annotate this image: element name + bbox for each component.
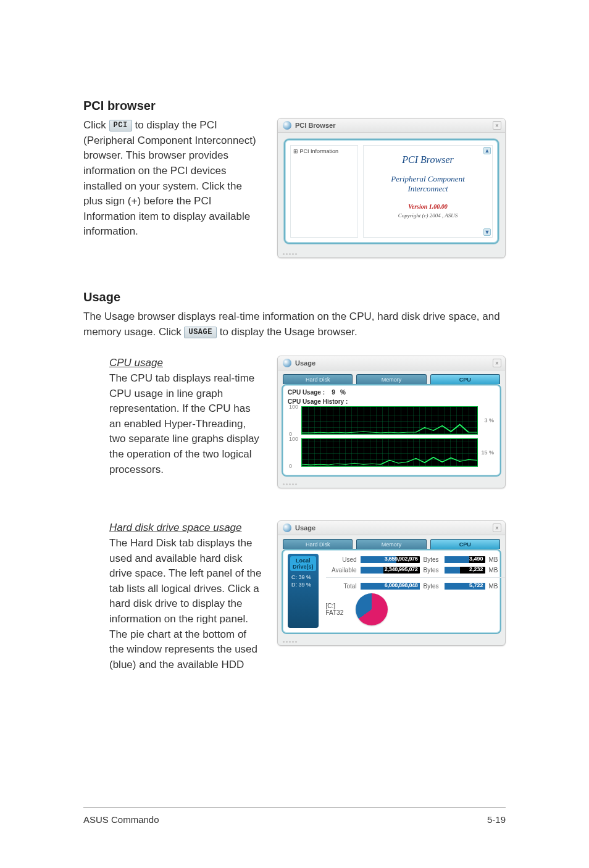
pci-copyright: Copyright (c) 2004 , ASUS xyxy=(398,212,458,219)
avail-mb-value: 2,232 xyxy=(469,566,483,572)
usage-cpu-window-title: Usage xyxy=(295,359,315,367)
pci-version: Version 1.00.00 xyxy=(408,203,448,210)
tab-hard-disk[interactable]: Hard Disk xyxy=(283,539,353,549)
close-icon[interactable]: × xyxy=(493,121,501,130)
usage-hdd-window: Usage × Hard Disk Memory CPU Local Drive… xyxy=(277,520,506,646)
cpu-usage-heading: CPU usage xyxy=(109,356,264,371)
pci-sub-line2: Interconnect xyxy=(407,184,448,193)
app-logo-icon xyxy=(283,121,291,130)
fs-info: [C:] FAT32 xyxy=(326,603,344,616)
used-mb-bar: 3,490 xyxy=(445,556,485,563)
avail-bytes-bar: 2,340,995,072 xyxy=(361,567,420,574)
mb-unit: MB xyxy=(489,567,506,574)
hdd-stats-panel: Used 3,659,902,976 Bytes 3,490 xyxy=(325,554,506,628)
close-icon[interactable]: × xyxy=(493,524,501,532)
mb-unit: MB xyxy=(489,583,506,590)
axis-top-1: 100 xyxy=(289,404,298,410)
section-usage-title: Usage xyxy=(83,290,506,304)
used-label: Used xyxy=(326,556,357,563)
hdd-drive-list[interactable]: Local Drive(s) C: 39 % D: 39 % xyxy=(288,554,319,628)
app-logo-icon xyxy=(283,524,291,532)
section-pci-title: PCI browser xyxy=(83,99,506,113)
tab-cpu[interactable]: CPU xyxy=(430,539,500,549)
fs-type: FAT32 xyxy=(326,609,344,616)
tab-memory[interactable]: Memory xyxy=(356,374,426,384)
hdd-drive-c[interactable]: C: 39 % xyxy=(290,574,316,581)
bytes-unit: Bytes xyxy=(424,556,441,563)
pci-paragraph: Click PCI to display the PCI (Peripheral… xyxy=(83,118,264,240)
graph1-pct: 3 % xyxy=(484,417,494,424)
app-logo-icon xyxy=(283,359,291,367)
total-label: Total xyxy=(326,583,357,590)
pci-browser-window: PCI Browser × PCI Information ▲ PCI Brow… xyxy=(277,118,506,258)
scroll-up-icon[interactable]: ▲ xyxy=(483,147,491,154)
pci-content-panel: ▲ PCI Browser Peripheral Component Inter… xyxy=(363,145,493,238)
bytes-unit: Bytes xyxy=(424,583,441,590)
graph2-pct: 15 % xyxy=(481,449,494,456)
pci-sub-line1: Peripheral Component xyxy=(391,174,465,183)
footer-right: 5-19 xyxy=(487,814,506,825)
pci-inline-button[interactable]: PCI xyxy=(109,120,132,131)
pci-tree-panel[interactable]: PCI Information xyxy=(290,145,358,238)
usage-cpu-window: Usage × Hard Disk Memory CPU CPU Usage :… xyxy=(277,356,506,488)
window-resize-grip-icon xyxy=(278,250,505,257)
tab-memory[interactable]: Memory xyxy=(356,539,426,549)
bytes-unit: Bytes xyxy=(424,567,441,574)
window-resize-grip-icon xyxy=(278,480,505,488)
pci-para-click: Click xyxy=(83,119,109,131)
used-bytes-bar: 3,659,902,976 xyxy=(361,556,420,563)
used-bytes-value: 3,659,902,976 xyxy=(385,556,418,562)
cpu-usage-readout: CPU Usage : 9 % xyxy=(288,389,495,396)
cpu-history-label: CPU Usage History : xyxy=(288,398,495,405)
hdd-usage-body: The Hard Disk tab displays the used and … xyxy=(109,536,264,673)
footer-left: ASUS Commando xyxy=(83,814,159,825)
avail-bytes-value: 2,340,995,072 xyxy=(385,566,418,572)
cpu-usage-value: 9 xyxy=(332,389,335,396)
total-mb-bar: 5,722 xyxy=(445,583,485,590)
avail-label: Available xyxy=(326,567,357,574)
tab-cpu[interactable]: CPU xyxy=(430,374,500,384)
hdd-pie-chart xyxy=(356,593,388,625)
pci-content-subtitle: Peripheral Component Interconnect xyxy=(391,174,465,194)
window-resize-grip-icon xyxy=(278,638,505,645)
total-bytes-value: 6,000,898,048 xyxy=(385,582,418,588)
usage-para-b: to display the Usage browser. xyxy=(220,326,357,338)
cpu-usage-unit: % xyxy=(340,389,346,396)
mb-unit: MB xyxy=(489,556,506,563)
pci-window-title: PCI Browser xyxy=(295,122,335,129)
axis-top-2: 100 xyxy=(289,436,298,442)
total-mb-value: 5,722 xyxy=(469,582,483,588)
fs-drive-letter: [C:] xyxy=(326,603,344,609)
usage-intro-paragraph: The Usage browser displays real-time inf… xyxy=(83,309,506,340)
pci-tree-node[interactable]: PCI Information xyxy=(293,148,355,154)
cpu-usage-body: The CPU tab displays real-time CPU usage… xyxy=(109,371,264,477)
usage-inline-button[interactable]: USAGE xyxy=(184,327,217,338)
divider xyxy=(326,577,506,578)
cpu-graph-1 xyxy=(301,406,478,435)
total-bytes-bar: 6,000,898,048 xyxy=(361,583,420,590)
cpu-graph-2 xyxy=(301,438,478,467)
scroll-down-icon[interactable]: ▼ xyxy=(483,228,491,236)
cpu-usage-label: CPU Usage : xyxy=(288,389,325,396)
close-icon[interactable]: × xyxy=(493,359,501,367)
pci-content-title: PCI Browser xyxy=(402,154,453,165)
tab-hard-disk[interactable]: Hard Disk xyxy=(283,374,353,384)
pci-para-rest: to display the PCI (Peripheral Component… xyxy=(83,119,256,237)
hdd-drive-list-header: Local Drive(s) xyxy=(290,556,316,571)
axis-bot-2: 0 xyxy=(289,463,292,469)
hdd-usage-heading: Hard disk drive space usage xyxy=(109,520,264,536)
hdd-drive-d[interactable]: D: 39 % xyxy=(290,581,316,588)
used-mb-value: 3,490 xyxy=(469,556,483,562)
usage-hdd-window-title: Usage xyxy=(295,524,315,532)
avail-mb-bar: 2,232 xyxy=(445,567,485,574)
